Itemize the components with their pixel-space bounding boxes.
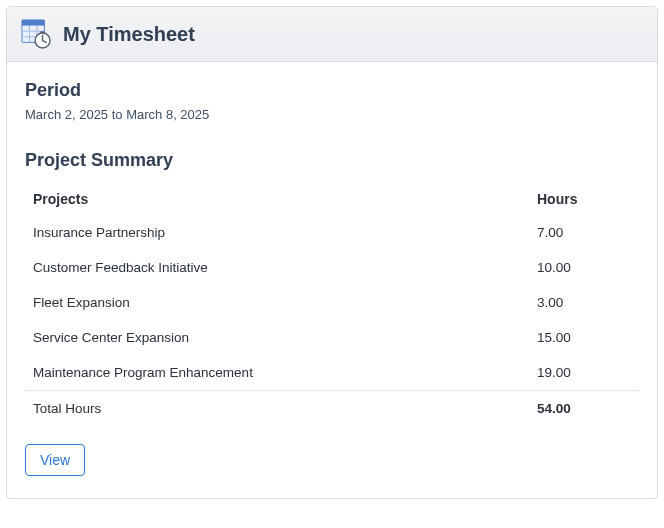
col-hours: Hours <box>529 183 639 215</box>
table-row: Maintenance Program Enhancement 19.00 <box>25 355 639 391</box>
project-hours: 15.00 <box>529 320 639 355</box>
project-hours: 3.00 <box>529 285 639 320</box>
col-projects: Projects <box>25 183 529 215</box>
project-name: Maintenance Program Enhancement <box>25 355 529 391</box>
svg-rect-1 <box>22 20 45 26</box>
summary-label: Project Summary <box>25 150 639 171</box>
period-value: March 2, 2025 to March 8, 2025 <box>25 107 639 122</box>
table-row: Fleet Expansion 3.00 <box>25 285 639 320</box>
project-name: Fleet Expansion <box>25 285 529 320</box>
project-hours: 10.00 <box>529 250 639 285</box>
view-button[interactable]: View <box>25 444 85 476</box>
table-row: Insurance Partnership 7.00 <box>25 215 639 250</box>
summary-table: Projects Hours Insurance Partnership 7.0… <box>25 183 639 426</box>
svg-rect-9 <box>40 31 45 33</box>
table-row: Customer Feedback Initiative 10.00 <box>25 250 639 285</box>
table-row: Service Center Expansion 15.00 <box>25 320 639 355</box>
card-title: My Timesheet <box>63 23 195 46</box>
total-row: Total Hours 54.00 <box>25 391 639 427</box>
project-hours: 7.00 <box>529 215 639 250</box>
card-body: Period March 2, 2025 to March 8, 2025 Pr… <box>7 62 657 498</box>
project-name: Insurance Partnership <box>25 215 529 250</box>
card-header: My Timesheet <box>7 7 657 62</box>
project-name: Service Center Expansion <box>25 320 529 355</box>
period-label: Period <box>25 80 639 101</box>
actions: View <box>25 444 639 476</box>
total-value: 54.00 <box>529 391 639 427</box>
project-name: Customer Feedback Initiative <box>25 250 529 285</box>
timesheet-icon <box>21 19 51 49</box>
project-hours: 19.00 <box>529 355 639 391</box>
total-label: Total Hours <box>25 391 529 427</box>
timesheet-card: My Timesheet Period March 2, 2025 to Mar… <box>6 6 658 499</box>
